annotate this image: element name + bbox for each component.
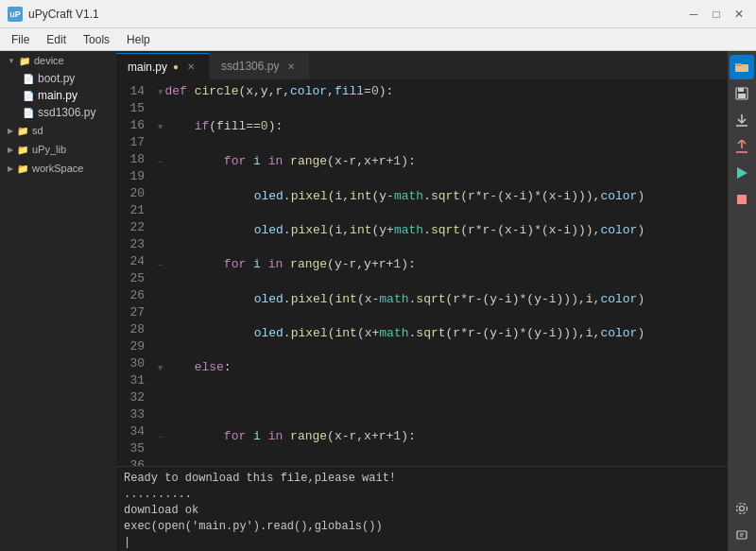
title-bar: uP uPyCraft V1.1 ─ □ ✕ xyxy=(0,0,756,28)
terminal-line-2: .......... xyxy=(124,487,720,503)
sidebar-item-boot[interactable]: 📄 boot.py xyxy=(0,70,116,87)
sidebar-folder-upylib-label: uPy_lib xyxy=(32,144,66,155)
menu-file[interactable]: File xyxy=(4,31,37,48)
file-icon-ssd1306: 📄 xyxy=(23,108,34,118)
folder-icon-upylib: 📁 xyxy=(17,145,28,155)
svg-rect-11 xyxy=(737,195,747,204)
terminal: Ready to download this file,please wait!… xyxy=(116,466,728,551)
svg-rect-2 xyxy=(735,63,742,66)
tab-main-modified: ● xyxy=(173,61,179,72)
menu-tools[interactable]: Tools xyxy=(76,31,117,48)
tab-main[interactable]: main.py ● ✕ xyxy=(116,53,210,79)
upload-button[interactable] xyxy=(730,134,754,159)
fold-23[interactable]: ─ xyxy=(158,429,163,446)
upload-icon xyxy=(735,140,748,153)
sidebar-item-main[interactable]: 📄 main.py xyxy=(0,87,116,104)
right-toolbar xyxy=(728,51,756,551)
sidebar-folder-sd-label: sd xyxy=(32,125,43,136)
tab-ssd1306-close[interactable]: ✕ xyxy=(284,60,298,73)
settings-button[interactable] xyxy=(730,496,754,521)
fold-19[interactable]: ─ xyxy=(158,257,163,274)
maximize-button[interactable]: □ xyxy=(707,5,726,24)
settings-icon xyxy=(735,502,748,515)
save-icon xyxy=(735,87,748,100)
tab-main-label: main.py xyxy=(128,60,167,74)
main-container: ▼ 📁 device 📄 boot.py 📄 main.py 📄 ssd1306… xyxy=(0,51,756,551)
folder-open-icon xyxy=(734,60,749,75)
sidebar-item-ssd1306-label: ssd1306.py xyxy=(38,106,95,119)
download-button[interactable] xyxy=(730,108,754,132)
minimize-button[interactable]: ─ xyxy=(684,5,703,24)
svg-rect-4 xyxy=(738,88,744,92)
sidebar-item-ssd1306[interactable]: 📄 ssd1306.py xyxy=(0,104,116,121)
fold-16[interactable]: ─ xyxy=(158,154,163,171)
folder-icon-sd: 📁 xyxy=(17,126,28,136)
serial-button[interactable] xyxy=(730,523,754,547)
svg-rect-14 xyxy=(737,531,747,539)
svg-point-13 xyxy=(737,504,747,514)
terminal-cursor: | xyxy=(124,535,720,551)
line-numbers: 14 15 16 17 18 19 20 21 22 23 24 25 26 2… xyxy=(116,79,150,466)
file-icon-boot: 📄 xyxy=(23,74,34,84)
chevron-device: ▼ xyxy=(8,57,15,65)
sidebar: ▼ 📁 device 📄 boot.py 📄 main.py 📄 ssd1306… xyxy=(0,51,116,551)
run-icon xyxy=(735,166,748,180)
terminal-line-4: exec(open('main.py').read(),globals()) xyxy=(124,519,720,535)
sidebar-item-main-label: main.py xyxy=(38,89,77,102)
sidebar-item-boot-label: boot.py xyxy=(38,72,75,85)
sidebar-folder-workspace[interactable]: ▶ 📁 workSpace xyxy=(0,159,116,178)
sidebar-folder-upylib[interactable]: ▶ 📁 uPy_lib xyxy=(0,140,116,159)
svg-marker-10 xyxy=(737,167,747,179)
fold-22[interactable]: ▼ xyxy=(158,360,163,377)
window-controls: ─ □ ✕ xyxy=(684,5,748,24)
terminal-line-1: Ready to download this file,please wait! xyxy=(124,471,720,487)
svg-point-12 xyxy=(740,507,745,511)
chevron-sd: ▶ xyxy=(8,127,13,135)
fold-15[interactable]: ▼ xyxy=(158,119,163,136)
menu-edit[interactable]: Edit xyxy=(39,31,74,48)
run-button[interactable] xyxy=(730,161,754,185)
title-bar-left: uP uPyCraft V1.1 xyxy=(8,7,99,22)
editor-area: main.py ● ✕ ssd1306.py ✕ 14 15 16 17 18 … xyxy=(116,51,728,551)
tab-bar: main.py ● ✕ ssd1306.py ✕ xyxy=(116,51,728,79)
menu-help[interactable]: Help xyxy=(119,31,158,48)
sidebar-folder-sd[interactable]: ▶ 📁 sd xyxy=(0,121,116,140)
serial-icon xyxy=(735,528,748,542)
chevron-upylib: ▶ xyxy=(8,146,13,154)
sidebar-folder-workspace-label: workSpace xyxy=(32,163,83,174)
svg-rect-5 xyxy=(738,94,746,98)
chevron-workspace: ▶ xyxy=(8,164,13,173)
close-button[interactable]: ✕ xyxy=(730,5,748,24)
tab-ssd1306-label: ssd1306.py xyxy=(221,60,279,73)
title-text: uPyCraft V1.1 xyxy=(28,8,99,21)
folder-icon-workspace: 📁 xyxy=(17,164,28,174)
folder-icon-device: 📁 xyxy=(19,56,30,66)
tab-main-close[interactable]: ✕ xyxy=(184,60,198,74)
sidebar-folder-device-label: device xyxy=(34,55,64,66)
sidebar-folder-device[interactable]: ▼ 📁 device xyxy=(0,51,116,70)
code-editor[interactable]: 14 15 16 17 18 19 20 21 22 23 24 25 26 2… xyxy=(116,79,728,466)
download-icon xyxy=(735,113,748,127)
fold-14[interactable]: ▼ xyxy=(158,84,163,101)
stop-button[interactable] xyxy=(730,187,754,212)
app-icon: uP xyxy=(8,7,23,22)
tab-ssd1306[interactable]: ssd1306.py ✕ xyxy=(210,53,310,79)
menu-bar: File Edit Tools Help xyxy=(0,28,756,51)
terminal-line-3: download ok xyxy=(124,503,720,519)
save-button[interactable] xyxy=(730,81,754,106)
file-icon-main: 📄 xyxy=(23,91,34,101)
code-content[interactable]: ▼def circle(x,y,r,color,fill=0): ▼ if(fi… xyxy=(150,79,728,466)
open-folder-button[interactable] xyxy=(730,55,754,79)
stop-icon xyxy=(736,194,747,205)
